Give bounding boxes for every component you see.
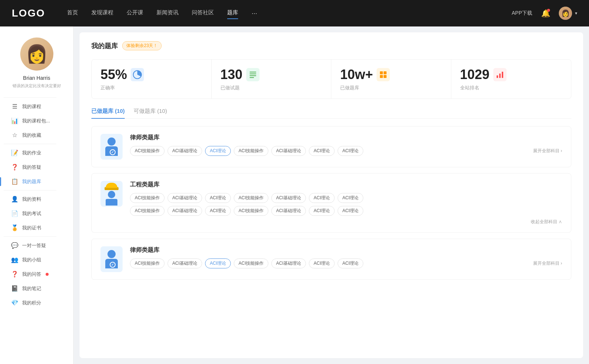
tag[interactable]: ACI理论 — [338, 258, 363, 268]
tag-active[interactable]: ACI理论 — [205, 146, 231, 156]
nav-link-home[interactable]: 首页 — [67, 9, 78, 18]
qbank-card-engineer: 工程类题库 ACI技能操作 ACI基础理论 ACI理论 ACI技能操作 ACI基… — [91, 173, 571, 233]
tag[interactable]: ACI基础理论 — [271, 206, 306, 216]
tag-active[interactable]: ACI理论 — [205, 258, 231, 268]
lawyer-figure: ✓ — [105, 138, 118, 156]
banks-icon-box — [377, 68, 390, 81]
profile-icon: 👤 — [11, 196, 18, 203]
sidebar-label-my-questions: 我的问答 — [22, 271, 41, 278]
tag[interactable]: ACI理论 — [205, 206, 231, 216]
stat-rank: 1029 全站排名 — [451, 60, 571, 99]
tag[interactable]: ACI技能操作 — [234, 146, 268, 156]
tags-row-lawyer-2: ACI技能操作 ACI基础理论 ACI理论 ACI技能操作 ACI基础理论 AC… — [130, 258, 562, 268]
avatar-face: 👩 — [559, 7, 572, 20]
grid-icon — [379, 70, 388, 79]
nav-link-discover[interactable]: 发现课程 — [91, 9, 113, 18]
tag[interactable]: ACI技能操作 — [234, 206, 268, 216]
sidebar-item-my-courses[interactable]: ☰ 我的课程 — [4, 99, 70, 114]
sidebar-item-questionbank[interactable]: 📋 我的题库 — [4, 174, 70, 189]
sidebar-label-points: 我的积分 — [22, 300, 41, 306]
tag[interactable]: ACI基础理论 — [271, 258, 306, 268]
user-avatar-button[interactable]: 👩 ▾ — [559, 7, 577, 20]
tag[interactable]: ACI理论 — [309, 206, 335, 216]
notes-icon: 📓 — [11, 285, 18, 292]
stat-value-row: 1029 — [460, 67, 562, 82]
svg-rect-11 — [502, 72, 503, 78]
nav-link-questionbank[interactable]: 题库 — [227, 9, 238, 18]
notification-bell[interactable]: 🔔 — [540, 7, 551, 19]
sidebar-item-course-packages[interactable]: 📊 我的课程包... — [4, 114, 70, 128]
stat-questions-label: 已做试题 — [221, 85, 322, 91]
sidebar-item-qa-answers[interactable]: ❓ 我的答疑 — [4, 160, 70, 174]
app-download-button[interactable]: APP下载 — [512, 10, 532, 17]
sidebar-label-my-courses: 我的课程 — [22, 103, 41, 110]
qbank-header: ✓ 律师类题库 ACI技能操作 ACI基础理论 ACI理论 ACI技能操作 AC… — [100, 246, 562, 272]
nav-link-news[interactable]: 新闻资讯 — [156, 9, 179, 18]
tag[interactable]: ACI基础理论 — [167, 193, 202, 203]
svg-rect-8 — [384, 75, 387, 78]
tag[interactable]: ACI理论 — [309, 146, 335, 156]
tag[interactable]: ACI基础理论 — [167, 206, 202, 216]
tag[interactable]: ACI技能操作 — [130, 206, 165, 216]
tag[interactable]: ACI理论 — [338, 206, 363, 216]
sidebar-item-exams[interactable]: 📄 我的考试 — [4, 206, 70, 221]
sidebar-item-certificates[interactable]: 🏅 我的证书 — [4, 221, 70, 235]
qbank-header: ✓ 律师类题库 ACI技能操作 ACI基础理论 ACI理论 ACI技能操作 AC… — [100, 134, 562, 160]
tag[interactable]: ACI技能操作 — [234, 258, 268, 268]
tab-available-banks[interactable]: 可做题库 (10) — [134, 108, 167, 118]
qbank-card-lawyer-1: ✓ 律师类题库 ACI技能操作 ACI基础理论 ACI理论 ACI技能操作 AC… — [91, 126, 571, 167]
tag[interactable]: ACI基础理论 — [167, 146, 202, 156]
sidebar-label-qa: 我的答疑 — [22, 164, 41, 171]
sidebar-label-exams: 我的考试 — [22, 210, 41, 217]
tag[interactable]: ACI理论 — [338, 193, 363, 203]
nav-more[interactable]: ··· — [251, 10, 257, 17]
expand-link-lawyer-1[interactable]: 展开全部科目 › — [533, 148, 562, 154]
packages-icon: 📊 — [11, 117, 18, 124]
collapse-link-engineer[interactable]: 收起全部科目 ∧ — [130, 219, 562, 225]
sidebar-item-homework[interactable]: 📝 我的作业 — [4, 146, 70, 160]
tag[interactable]: ACI技能操作 — [130, 146, 165, 156]
tags-row-engineer-1: ACI技能操作 ACI基础理论 ACI理论 ACI技能操作 ACI基础理论 AC… — [130, 193, 562, 203]
tab-done-banks[interactable]: 已做题库 (10) — [91, 108, 125, 118]
page-header: 我的题库 体验剩余23天！ — [91, 41, 571, 50]
svg-rect-2 — [250, 74, 256, 74]
nav-link-qa[interactable]: 问答社区 — [192, 9, 214, 18]
sidebar-item-profile[interactable]: 👤 我的资料 — [4, 192, 70, 206]
tag[interactable]: ACI理论 — [205, 193, 231, 203]
sidebar-item-groups[interactable]: 👥 我的小组 — [4, 253, 70, 267]
qbank-info-lawyer-2: 律师类题库 ACI技能操作 ACI基础理论 ACI理论 ACI技能操作 ACI基… — [130, 246, 562, 268]
stat-banks-done: 10w+ 已做题库 — [331, 60, 451, 99]
expand-link-lawyer-2[interactable]: 展开全部科目 › — [533, 260, 562, 267]
tag[interactable]: ACI理论 — [338, 146, 363, 156]
tag[interactable]: ACI技能操作 — [130, 258, 165, 268]
tag[interactable]: ACI基础理论 — [271, 146, 306, 156]
sidebar-item-favorites[interactable]: ☆ 我的收藏 — [4, 128, 70, 142]
lawyer-head — [107, 138, 116, 146]
svg-rect-9 — [497, 75, 498, 78]
sidebar-label-one-to-one: 一对一答疑 — [22, 242, 46, 249]
divider — [4, 190, 56, 190]
qbank-name-lawyer-1: 律师类题库 — [130, 134, 562, 142]
tag[interactable]: ACI技能操作 — [130, 193, 165, 203]
tag[interactable]: ACI基础理论 — [167, 258, 202, 268]
tabs-row: 已做题库 (10) 可做题库 (10) — [91, 108, 571, 119]
svg-rect-6 — [384, 71, 387, 74]
sidebar-item-one-to-one[interactable]: 💬 一对一答疑 — [4, 238, 70, 253]
tag[interactable]: ACI理论 — [309, 193, 335, 203]
stat-value-row: 130 — [221, 67, 322, 82]
pie-chart-icon — [132, 69, 142, 80]
qbank-info: 律师类题库 ACI技能操作 ACI基础理论 ACI理论 ACI技能操作 ACI基… — [130, 134, 562, 156]
stat-accuracy-label: 正确率 — [100, 85, 202, 91]
qbank-icon: 📋 — [11, 178, 18, 185]
sidebar-item-points[interactable]: 💎 我的积分 — [4, 296, 70, 310]
nav-links: 首页 发现课程 公开课 新闻资讯 问答社区 题库 ··· — [67, 9, 512, 18]
tag[interactable]: ACI基础理论 — [271, 193, 306, 203]
tag[interactable]: ACI理论 — [309, 258, 335, 268]
sidebar-item-notes[interactable]: 📓 我的笔记 — [4, 281, 70, 296]
sidebar-item-my-questions[interactable]: ❓ 我的问答 — [4, 267, 70, 281]
sidebar-label-certificates: 我的证书 — [22, 225, 41, 231]
nav-link-open[interactable]: 公开课 — [127, 9, 143, 18]
qbank-header: 工程类题库 ACI技能操作 ACI基础理论 ACI理论 ACI技能操作 ACI基… — [100, 181, 562, 225]
tag[interactable]: ACI技能操作 — [234, 193, 268, 203]
svg-rect-3 — [250, 75, 256, 76]
